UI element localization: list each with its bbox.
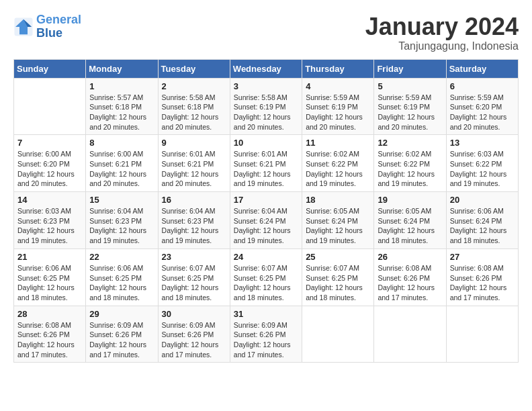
day-number: 28 xyxy=(17,309,82,319)
day-number: 20 xyxy=(450,195,515,205)
day-info: Sunrise: 5:59 AMSunset: 6:19 PMDaylight:… xyxy=(378,93,442,132)
day-number: 7 xyxy=(17,138,82,148)
day-number: 22 xyxy=(89,252,154,262)
day-number: 25 xyxy=(306,252,370,262)
day-info: Sunrise: 6:05 AMSunset: 6:24 PMDaylight:… xyxy=(378,206,442,246)
day-number: 21 xyxy=(17,252,82,262)
day-info: Sunrise: 6:08 AMSunset: 6:26 PMDaylight:… xyxy=(378,263,442,303)
day-header-friday: Friday xyxy=(374,59,446,78)
day-number: 11 xyxy=(306,138,370,148)
calendar-week-4: 21Sunrise: 6:06 AMSunset: 6:25 PMDayligh… xyxy=(14,248,519,306)
day-number: 13 xyxy=(450,138,515,148)
day-header-wednesday: Wednesday xyxy=(230,59,302,78)
calendar-cell: 26Sunrise: 6:08 AMSunset: 6:26 PMDayligh… xyxy=(374,248,446,306)
day-info: Sunrise: 6:07 AMSunset: 6:25 PMDaylight:… xyxy=(234,263,298,303)
logo-text: General Blue xyxy=(36,13,81,40)
day-number: 18 xyxy=(306,195,370,205)
day-info: Sunrise: 6:03 AMSunset: 6:22 PMDaylight:… xyxy=(450,149,515,189)
day-info: Sunrise: 6:04 AMSunset: 6:24 PMDaylight:… xyxy=(234,206,298,246)
calendar-cell xyxy=(14,78,86,135)
calendar-cell: 15Sunrise: 6:04 AMSunset: 6:23 PMDayligh… xyxy=(86,192,158,249)
calendar-cell: 1Sunrise: 5:57 AMSunset: 6:18 PMDaylight… xyxy=(86,78,158,135)
logo-icon xyxy=(13,17,34,37)
day-number: 15 xyxy=(89,195,154,205)
day-number: 1 xyxy=(89,81,154,91)
day-info: Sunrise: 6:02 AMSunset: 6:22 PMDaylight:… xyxy=(306,149,370,189)
calendar-cell: 24Sunrise: 6:07 AMSunset: 6:25 PMDayligh… xyxy=(230,248,302,306)
calendar-cell: 30Sunrise: 6:09 AMSunset: 6:26 PMDayligh… xyxy=(158,306,230,363)
day-number: 31 xyxy=(234,309,298,319)
day-number: 8 xyxy=(89,138,154,148)
calendar-week-3: 14Sunrise: 6:03 AMSunset: 6:23 PMDayligh… xyxy=(14,192,519,249)
calendar-week-2: 7Sunrise: 6:00 AMSunset: 6:20 PMDaylight… xyxy=(14,135,519,192)
day-number: 4 xyxy=(306,81,370,91)
calendar-cell: 31Sunrise: 6:09 AMSunset: 6:26 PMDayligh… xyxy=(230,306,302,363)
calendar-cell: 29Sunrise: 6:09 AMSunset: 6:26 PMDayligh… xyxy=(86,306,158,363)
day-info: Sunrise: 6:05 AMSunset: 6:24 PMDaylight:… xyxy=(306,206,370,246)
day-info: Sunrise: 6:01 AMSunset: 6:21 PMDaylight:… xyxy=(234,149,298,189)
calendar-body: 1Sunrise: 5:57 AMSunset: 6:18 PMDaylight… xyxy=(14,78,519,363)
day-number: 19 xyxy=(378,195,442,205)
day-number: 29 xyxy=(89,309,154,319)
calendar-cell: 19Sunrise: 6:05 AMSunset: 6:24 PMDayligh… xyxy=(374,192,446,249)
day-info: Sunrise: 6:04 AMSunset: 6:23 PMDaylight:… xyxy=(89,206,154,246)
day-info: Sunrise: 5:57 AMSunset: 6:18 PMDaylight:… xyxy=(89,93,154,132)
calendar-cell: 27Sunrise: 6:08 AMSunset: 6:26 PMDayligh… xyxy=(446,248,518,306)
day-info: Sunrise: 6:07 AMSunset: 6:25 PMDaylight:… xyxy=(306,263,370,303)
day-number: 23 xyxy=(162,252,226,262)
calendar-cell: 9Sunrise: 6:01 AMSunset: 6:21 PMDaylight… xyxy=(158,135,230,192)
day-info: Sunrise: 5:59 AMSunset: 6:20 PMDaylight:… xyxy=(450,93,515,132)
day-header-thursday: Thursday xyxy=(302,59,374,78)
day-header-sunday: Sunday xyxy=(14,59,86,78)
calendar-cell: 7Sunrise: 6:00 AMSunset: 6:20 PMDaylight… xyxy=(14,135,86,192)
calendar-cell: 14Sunrise: 6:03 AMSunset: 6:23 PMDayligh… xyxy=(14,192,86,249)
calendar-week-5: 28Sunrise: 6:08 AMSunset: 6:26 PMDayligh… xyxy=(14,306,519,363)
calendar-cell: 23Sunrise: 6:07 AMSunset: 6:25 PMDayligh… xyxy=(158,248,230,306)
calendar-cell xyxy=(374,306,446,363)
day-number: 17 xyxy=(234,195,298,205)
month-title: January 2024 xyxy=(365,13,519,40)
calendar-cell: 28Sunrise: 6:08 AMSunset: 6:26 PMDayligh… xyxy=(14,306,86,363)
day-number: 5 xyxy=(378,81,442,91)
calendar-cell: 11Sunrise: 6:02 AMSunset: 6:22 PMDayligh… xyxy=(302,135,374,192)
day-info: Sunrise: 6:00 AMSunset: 6:20 PMDaylight:… xyxy=(17,149,82,189)
calendar-cell: 18Sunrise: 6:05 AMSunset: 6:24 PMDayligh… xyxy=(302,192,374,249)
calendar-cell: 4Sunrise: 5:59 AMSunset: 6:19 PMDaylight… xyxy=(302,78,374,135)
day-header-saturday: Saturday xyxy=(446,59,518,78)
calendar-week-1: 1Sunrise: 5:57 AMSunset: 6:18 PMDaylight… xyxy=(14,78,519,135)
calendar-cell: 16Sunrise: 6:04 AMSunset: 6:23 PMDayligh… xyxy=(158,192,230,249)
day-info: Sunrise: 5:58 AMSunset: 6:19 PMDaylight:… xyxy=(234,93,298,132)
day-info: Sunrise: 6:09 AMSunset: 6:26 PMDaylight:… xyxy=(234,320,298,360)
calendar-cell: 20Sunrise: 6:06 AMSunset: 6:24 PMDayligh… xyxy=(446,192,518,249)
calendar-cell: 5Sunrise: 5:59 AMSunset: 6:19 PMDaylight… xyxy=(374,78,446,135)
day-number: 27 xyxy=(450,252,515,262)
calendar-cell: 8Sunrise: 6:00 AMSunset: 6:21 PMDaylight… xyxy=(86,135,158,192)
logo: General Blue xyxy=(13,13,81,40)
calendar-cell: 2Sunrise: 5:58 AMSunset: 6:18 PMDaylight… xyxy=(158,78,230,135)
calendar-cell: 21Sunrise: 6:06 AMSunset: 6:25 PMDayligh… xyxy=(14,248,86,306)
day-info: Sunrise: 6:07 AMSunset: 6:25 PMDaylight:… xyxy=(162,263,226,303)
calendar-table: SundayMondayTuesdayWednesdayThursdayFrid… xyxy=(13,59,519,363)
day-info: Sunrise: 6:06 AMSunset: 6:25 PMDaylight:… xyxy=(17,263,82,303)
calendar-cell: 10Sunrise: 6:01 AMSunset: 6:21 PMDayligh… xyxy=(230,135,302,192)
day-number: 30 xyxy=(162,309,226,319)
title-block: January 2024 Tanjungagung, Indonesia xyxy=(365,13,519,52)
day-info: Sunrise: 6:08 AMSunset: 6:26 PMDaylight:… xyxy=(17,320,82,360)
day-info: Sunrise: 5:58 AMSunset: 6:18 PMDaylight:… xyxy=(162,93,226,132)
day-info: Sunrise: 6:09 AMSunset: 6:26 PMDaylight:… xyxy=(89,320,154,360)
day-header-tuesday: Tuesday xyxy=(158,59,230,78)
calendar-cell: 12Sunrise: 6:02 AMSunset: 6:22 PMDayligh… xyxy=(374,135,446,192)
day-number: 16 xyxy=(162,195,226,205)
day-info: Sunrise: 6:04 AMSunset: 6:23 PMDaylight:… xyxy=(162,206,226,246)
day-number: 2 xyxy=(162,81,226,91)
day-info: Sunrise: 6:02 AMSunset: 6:22 PMDaylight:… xyxy=(378,149,442,189)
calendar-header-row: SundayMondayTuesdayWednesdayThursdayFrid… xyxy=(14,59,519,78)
calendar-cell: 25Sunrise: 6:07 AMSunset: 6:25 PMDayligh… xyxy=(302,248,374,306)
day-info: Sunrise: 6:06 AMSunset: 6:24 PMDaylight:… xyxy=(450,206,515,246)
day-number: 10 xyxy=(234,138,298,148)
day-number: 14 xyxy=(17,195,82,205)
location-subtitle: Tanjungagung, Indonesia xyxy=(365,40,519,52)
day-info: Sunrise: 6:03 AMSunset: 6:23 PMDaylight:… xyxy=(17,206,82,246)
day-info: Sunrise: 6:06 AMSunset: 6:25 PMDaylight:… xyxy=(89,263,154,303)
calendar-cell: 6Sunrise: 5:59 AMSunset: 6:20 PMDaylight… xyxy=(446,78,518,135)
